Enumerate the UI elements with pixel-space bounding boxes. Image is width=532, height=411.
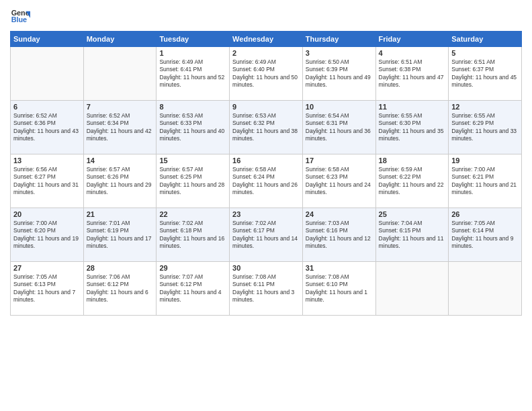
cell-daylight-info: Sunrise: 7:08 AM Sunset: 6:10 PM Dayligh… bbox=[306, 273, 373, 304]
calendar-cell: 20Sunrise: 7:00 AM Sunset: 6:20 PM Dayli… bbox=[11, 208, 84, 262]
cell-daylight-info: Sunrise: 6:57 AM Sunset: 6:25 PM Dayligh… bbox=[159, 166, 226, 197]
cell-daylight-info: Sunrise: 6:50 AM Sunset: 6:39 PM Dayligh… bbox=[306, 58, 373, 89]
day-number: 9 bbox=[232, 103, 300, 111]
weekday-sunday: Sunday bbox=[11, 32, 84, 47]
calendar-cell: 13Sunrise: 6:56 AM Sunset: 6:27 PM Dayli… bbox=[11, 154, 84, 208]
calendar-cell bbox=[83, 47, 157, 101]
logo: General Blue bbox=[10, 7, 30, 27]
calendar-cell: 29Sunrise: 7:07 AM Sunset: 6:12 PM Dayli… bbox=[157, 262, 230, 316]
day-number: 5 bbox=[451, 49, 519, 57]
cell-daylight-info: Sunrise: 7:03 AM Sunset: 6:16 PM Dayligh… bbox=[306, 220, 373, 250]
day-number: 22 bbox=[159, 210, 226, 218]
day-number: 30 bbox=[232, 264, 300, 272]
day-number: 24 bbox=[306, 210, 373, 218]
day-number: 29 bbox=[159, 264, 226, 272]
calendar-week-5: 27Sunrise: 7:05 AM Sunset: 6:13 PM Dayli… bbox=[11, 262, 522, 316]
day-number: 10 bbox=[306, 103, 373, 111]
weekday-wednesday: Wednesday bbox=[230, 32, 303, 47]
cell-daylight-info: Sunrise: 6:55 AM Sunset: 6:30 PM Dayligh… bbox=[379, 112, 446, 143]
calendar-cell: 27Sunrise: 7:05 AM Sunset: 6:13 PM Dayli… bbox=[11, 262, 84, 316]
cell-daylight-info: Sunrise: 6:58 AM Sunset: 6:23 PM Dayligh… bbox=[306, 166, 373, 197]
calendar-table: SundayMondayTuesdayWednesdayThursdayFrid… bbox=[10, 31, 522, 316]
calendar-cell: 4Sunrise: 6:51 AM Sunset: 6:38 PM Daylig… bbox=[375, 47, 449, 101]
day-number: 26 bbox=[451, 210, 519, 218]
calendar-cell: 18Sunrise: 6:59 AM Sunset: 6:22 PM Dayli… bbox=[375, 154, 449, 208]
weekday-monday: Monday bbox=[83, 32, 157, 47]
calendar-cell: 7Sunrise: 6:52 AM Sunset: 6:34 PM Daylig… bbox=[83, 101, 157, 154]
day-number: 8 bbox=[159, 103, 226, 111]
cell-daylight-info: Sunrise: 6:58 AM Sunset: 6:24 PM Dayligh… bbox=[232, 166, 300, 197]
calendar-cell: 31Sunrise: 7:08 AM Sunset: 6:10 PM Dayli… bbox=[302, 262, 375, 316]
cell-daylight-info: Sunrise: 6:54 AM Sunset: 6:31 PM Dayligh… bbox=[306, 112, 373, 143]
calendar-cell: 23Sunrise: 7:02 AM Sunset: 6:17 PM Dayli… bbox=[230, 208, 303, 262]
day-number: 25 bbox=[379, 210, 446, 218]
day-number: 15 bbox=[159, 156, 226, 165]
cell-daylight-info: Sunrise: 7:08 AM Sunset: 6:11 PM Dayligh… bbox=[232, 273, 300, 304]
day-number: 28 bbox=[87, 264, 154, 272]
cell-daylight-info: Sunrise: 6:53 AM Sunset: 6:33 PM Dayligh… bbox=[159, 112, 226, 143]
day-number: 1 bbox=[159, 49, 226, 57]
day-number: 17 bbox=[306, 156, 373, 165]
day-number: 14 bbox=[87, 156, 154, 165]
cell-daylight-info: Sunrise: 7:00 AM Sunset: 6:20 PM Dayligh… bbox=[13, 220, 81, 250]
calendar-cell: 25Sunrise: 7:04 AM Sunset: 6:15 PM Dayli… bbox=[375, 208, 449, 262]
day-number: 21 bbox=[87, 210, 154, 218]
calendar-week-2: 6Sunrise: 6:52 AM Sunset: 6:36 PM Daylig… bbox=[11, 101, 522, 154]
weekday-header-row: SundayMondayTuesdayWednesdayThursdayFrid… bbox=[11, 32, 522, 47]
calendar-cell: 16Sunrise: 6:58 AM Sunset: 6:24 PM Dayli… bbox=[230, 154, 303, 208]
calendar-cell: 9Sunrise: 6:53 AM Sunset: 6:32 PM Daylig… bbox=[230, 101, 303, 154]
calendar-cell: 10Sunrise: 6:54 AM Sunset: 6:31 PM Dayli… bbox=[302, 101, 375, 154]
cell-daylight-info: Sunrise: 7:00 AM Sunset: 6:21 PM Dayligh… bbox=[451, 166, 519, 197]
calendar-cell: 26Sunrise: 7:05 AM Sunset: 6:14 PM Dayli… bbox=[449, 208, 522, 262]
calendar-cell bbox=[11, 47, 84, 101]
cell-daylight-info: Sunrise: 7:06 AM Sunset: 6:12 PM Dayligh… bbox=[87, 273, 154, 304]
calendar-cell: 1Sunrise: 6:49 AM Sunset: 6:41 PM Daylig… bbox=[157, 47, 230, 101]
cell-daylight-info: Sunrise: 6:57 AM Sunset: 6:26 PM Dayligh… bbox=[87, 166, 154, 197]
logo-icon: General Blue bbox=[10, 7, 30, 27]
cell-daylight-info: Sunrise: 6:52 AM Sunset: 6:34 PM Dayligh… bbox=[87, 112, 154, 143]
day-number: 18 bbox=[379, 156, 446, 165]
calendar-week-3: 13Sunrise: 6:56 AM Sunset: 6:27 PM Dayli… bbox=[11, 154, 522, 208]
calendar-cell: 28Sunrise: 7:06 AM Sunset: 6:12 PM Dayli… bbox=[83, 262, 157, 316]
calendar-body: 1Sunrise: 6:49 AM Sunset: 6:41 PM Daylig… bbox=[11, 47, 522, 316]
calendar-cell: 2Sunrise: 6:49 AM Sunset: 6:40 PM Daylig… bbox=[230, 47, 303, 101]
calendar-cell: 30Sunrise: 7:08 AM Sunset: 6:11 PM Dayli… bbox=[230, 262, 303, 316]
calendar-cell bbox=[375, 262, 449, 316]
day-number: 4 bbox=[379, 49, 446, 57]
calendar-cell: 21Sunrise: 7:01 AM Sunset: 6:19 PM Dayli… bbox=[83, 208, 157, 262]
calendar-week-1: 1Sunrise: 6:49 AM Sunset: 6:41 PM Daylig… bbox=[11, 47, 522, 101]
calendar-cell: 8Sunrise: 6:53 AM Sunset: 6:33 PM Daylig… bbox=[157, 101, 230, 154]
calendar-week-4: 20Sunrise: 7:00 AM Sunset: 6:20 PM Dayli… bbox=[11, 208, 522, 262]
cell-daylight-info: Sunrise: 7:05 AM Sunset: 6:14 PM Dayligh… bbox=[451, 220, 519, 250]
page-header: General Blue bbox=[10, 7, 522, 27]
cell-daylight-info: Sunrise: 6:51 AM Sunset: 6:38 PM Dayligh… bbox=[379, 58, 446, 89]
cell-daylight-info: Sunrise: 6:59 AM Sunset: 6:22 PM Dayligh… bbox=[379, 166, 446, 197]
weekday-friday: Friday bbox=[375, 32, 449, 47]
day-number: 11 bbox=[379, 103, 446, 111]
cell-daylight-info: Sunrise: 6:53 AM Sunset: 6:32 PM Dayligh… bbox=[232, 112, 300, 143]
cell-daylight-info: Sunrise: 7:07 AM Sunset: 6:12 PM Dayligh… bbox=[159, 273, 226, 304]
cell-daylight-info: Sunrise: 6:56 AM Sunset: 6:27 PM Dayligh… bbox=[13, 166, 81, 197]
cell-daylight-info: Sunrise: 7:05 AM Sunset: 6:13 PM Dayligh… bbox=[13, 273, 81, 304]
weekday-tuesday: Tuesday bbox=[157, 32, 230, 47]
calendar-cell: 12Sunrise: 6:55 AM Sunset: 6:29 PM Dayli… bbox=[449, 101, 522, 154]
day-number: 16 bbox=[232, 156, 300, 165]
day-number: 6 bbox=[13, 103, 81, 111]
cell-daylight-info: Sunrise: 7:04 AM Sunset: 6:15 PM Dayligh… bbox=[379, 220, 446, 250]
day-number: 31 bbox=[306, 264, 373, 272]
day-number: 13 bbox=[13, 156, 81, 165]
calendar-cell: 19Sunrise: 7:00 AM Sunset: 6:21 PM Dayli… bbox=[449, 154, 522, 208]
calendar-cell: 3Sunrise: 6:50 AM Sunset: 6:39 PM Daylig… bbox=[302, 47, 375, 101]
calendar-cell: 17Sunrise: 6:58 AM Sunset: 6:23 PM Dayli… bbox=[302, 154, 375, 208]
day-number: 19 bbox=[451, 156, 519, 165]
day-number: 12 bbox=[451, 103, 519, 111]
calendar-cell: 14Sunrise: 6:57 AM Sunset: 6:26 PM Dayli… bbox=[83, 154, 157, 208]
day-number: 3 bbox=[306, 49, 373, 57]
day-number: 7 bbox=[87, 103, 154, 111]
cell-daylight-info: Sunrise: 6:52 AM Sunset: 6:36 PM Dayligh… bbox=[13, 112, 81, 143]
svg-text:Blue: Blue bbox=[11, 15, 27, 24]
calendar-cell: 15Sunrise: 6:57 AM Sunset: 6:25 PM Dayli… bbox=[157, 154, 230, 208]
calendar-cell: 11Sunrise: 6:55 AM Sunset: 6:30 PM Dayli… bbox=[375, 101, 449, 154]
calendar-cell: 6Sunrise: 6:52 AM Sunset: 6:36 PM Daylig… bbox=[11, 101, 84, 154]
calendar-cell: 22Sunrise: 7:02 AM Sunset: 6:18 PM Dayli… bbox=[157, 208, 230, 262]
